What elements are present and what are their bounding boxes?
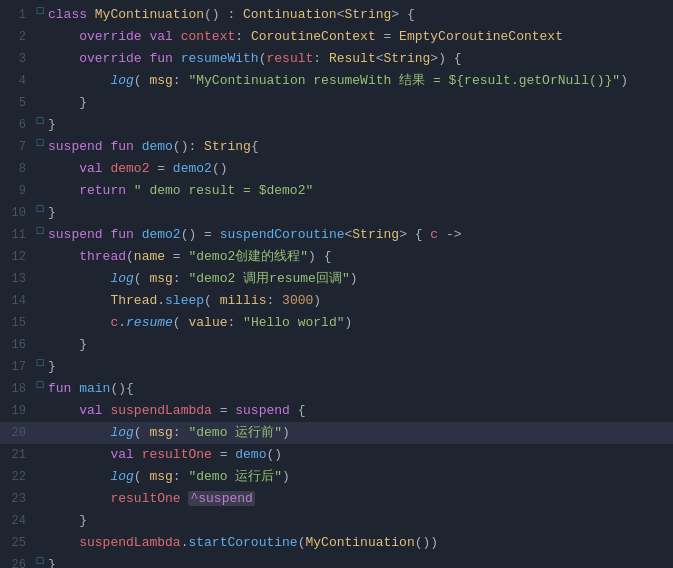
code-line-26: 26 □ } [0,554,673,568]
line-content-16: } [44,335,673,355]
line-number-12: 12 [0,247,36,267]
line-number-11: 11 [0,225,36,245]
code-line-17: 17 □ } [0,356,673,378]
line-number-16: 16 [0,335,36,355]
code-line-20: 20 log( msg: "demo 运行前") [0,422,673,444]
fold-marker-18[interactable]: □ [36,379,44,391]
line-number-9: 9 [0,181,36,201]
line-content-11: suspend fun demo2() = suspendCoroutine<S… [44,225,673,245]
line-number-6: 6 [0,115,36,135]
line-number-5: 5 [0,93,36,113]
line-content-2: override val context: CoroutineContext =… [44,27,673,47]
line-content-19: val suspendLambda = suspend { [44,401,673,421]
line-content-25: suspendLambda.startCoroutine(MyContinuat… [44,533,673,553]
fold-marker-1[interactable]: □ [36,5,44,17]
code-line-7: 7 □ suspend fun demo(): String{ [0,136,673,158]
line-number-26: 26 [0,555,36,568]
line-number-24: 24 [0,511,36,531]
line-content-15: c.resume( value: "Hello world") [44,313,673,333]
code-line-14: 14 Thread.sleep( millis: 3000) [0,290,673,312]
line-content-3: override fun resumeWith(result: Result<S… [44,49,673,69]
line-number-25: 25 [0,533,36,553]
code-line-15: 15 c.resume( value: "Hello world") [0,312,673,334]
line-content-1: class MyContinuation() : Continuation<St… [44,5,673,25]
line-content-17: } [44,357,673,377]
code-line-24: 24 } [0,510,673,532]
line-number-15: 15 [0,313,36,333]
code-editor: 1 □ class MyContinuation() : Continuatio… [0,0,673,568]
code-line-4: 4 log( msg: "MyContinuation resumeWith 结… [0,70,673,92]
code-line-10: 10 □ } [0,202,673,224]
code-line-19: 19 val suspendLambda = suspend { [0,400,673,422]
line-number-22: 22 [0,467,36,487]
line-number-14: 14 [0,291,36,311]
line-number-7: 7 [0,137,36,157]
line-number-17: 17 [0,357,36,377]
code-line-25: 25 suspendLambda.startCoroutine(MyContin… [0,532,673,554]
fold-marker-7[interactable]: □ [36,137,44,149]
code-line-22: 22 log( msg: "demo 运行后") [0,466,673,488]
code-line-8: 8 val demo2 = demo2() [0,158,673,180]
code-line-11: 11 □ suspend fun demo2() = suspendCorout… [0,224,673,246]
fold-marker-11[interactable]: □ [36,225,44,237]
line-content-5: } [44,93,673,113]
line-content-21: val resultOne = demo() [44,445,673,465]
code-line-12: 12 thread(name = "demo2创建的线程") { [0,246,673,268]
fold-marker-6[interactable]: □ [36,115,44,127]
line-content-23: resultOne ^suspend [44,489,673,509]
line-number-18: 18 [0,379,36,399]
line-content-4: log( msg: "MyContinuation resumeWith 结果 … [44,71,673,91]
code-line-6: 6 □ } [0,114,673,136]
line-number-23: 23 [0,489,36,509]
line-content-22: log( msg: "demo 运行后") [44,467,673,487]
line-number-10: 10 [0,203,36,223]
fold-marker-10[interactable]: □ [36,203,44,215]
line-number-20: 20 [0,423,36,443]
code-line-1: 1 □ class MyContinuation() : Continuatio… [0,4,673,26]
code-line-18: 18 □ fun main(){ [0,378,673,400]
line-number-2: 2 [0,27,36,47]
line-content-24: } [44,511,673,531]
line-content-6: } [44,115,673,135]
line-number-21: 21 [0,445,36,465]
line-content-14: Thread.sleep( millis: 3000) [44,291,673,311]
fold-marker-26[interactable]: □ [36,555,44,567]
code-line-13: 13 log( msg: "demo2 调用resume回调") [0,268,673,290]
line-number-4: 4 [0,71,36,91]
line-content-10: } [44,203,673,223]
code-line-5: 5 } [0,92,673,114]
line-content-13: log( msg: "demo2 调用resume回调") [44,269,673,289]
line-content-12: thread(name = "demo2创建的线程") { [44,247,673,267]
code-line-16: 16 } [0,334,673,356]
code-line-2: 2 override val context: CoroutineContext… [0,26,673,48]
line-number-1: 1 [0,5,36,25]
code-line-21: 21 val resultOne = demo() [0,444,673,466]
line-number-19: 19 [0,401,36,421]
line-content-7: suspend fun demo(): String{ [44,137,673,157]
line-number-8: 8 [0,159,36,179]
line-number-3: 3 [0,49,36,69]
code-line-23: 23 resultOne ^suspend [0,488,673,510]
line-number-13: 13 [0,269,36,289]
code-line-9: 9 return " demo result = $demo2" [0,180,673,202]
line-content-18: fun main(){ [44,379,673,399]
fold-marker-17[interactable]: □ [36,357,44,369]
code-line-3: 3 override fun resumeWith(result: Result… [0,48,673,70]
line-content-20: log( msg: "demo 运行前") [44,423,673,443]
line-content-8: val demo2 = demo2() [44,159,673,179]
line-content-26: } [44,555,673,568]
line-content-9: return " demo result = $demo2" [44,181,673,201]
